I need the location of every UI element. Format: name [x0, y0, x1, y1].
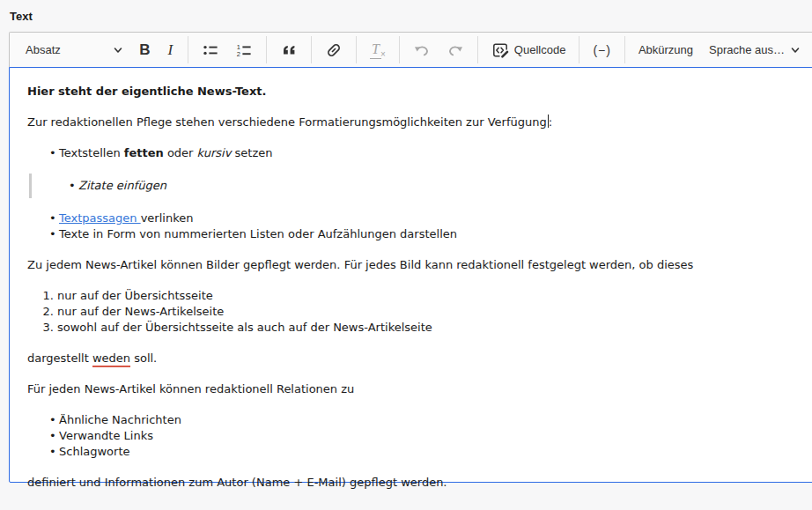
- image-options-numbered-list: nur auf der Übersichtsseite nur auf der …: [27, 288, 797, 336]
- bold-button[interactable]: B: [132, 37, 157, 63]
- italic-button[interactable]: I: [159, 37, 181, 63]
- undo-button[interactable]: [406, 37, 438, 63]
- list-item: Zitate einfügen: [78, 178, 797, 194]
- toolbar-separator: [477, 36, 478, 63]
- language-dropdown[interactable]: Sprache aus…: [702, 37, 808, 63]
- soft-hyphen-button[interactable]: (−): [586, 37, 618, 63]
- redo-button[interactable]: [439, 37, 471, 63]
- list-item: Schlagworte: [59, 444, 797, 460]
- chevron-down-icon: [113, 45, 123, 55]
- blockquote: Zitate einfügen: [29, 174, 797, 198]
- editor-toolbar: Absatz B I 1: [9, 32, 812, 67]
- source-code-label: Quellcode: [514, 43, 566, 56]
- list-item: Textstellen fetten oder kursiv setzen: [59, 145, 797, 161]
- rich-text-editor: Absatz B I 1: [9, 32, 812, 483]
- author-paragraph: definiert und Informationen zum Autor (N…: [27, 475, 797, 491]
- soft-hyphen-label: (−): [593, 43, 611, 57]
- list-item: Textpassagen verlinken: [59, 211, 797, 226]
- toolbar-separator: [188, 36, 188, 63]
- language-value: Sprache aus…: [709, 43, 785, 56]
- formatting-bullet-list: Textstellen fetten oder kursiv setzen: [27, 145, 797, 161]
- list-item: nur auf der News-Artikelseite: [57, 304, 797, 320]
- bulleted-list-button[interactable]: [195, 37, 226, 63]
- toolbar-separator: [579, 36, 579, 63]
- intro-paragraph: Hier steht der eigentliche News-Text.: [27, 84, 797, 100]
- list-item: Verwandte Links: [59, 428, 797, 444]
- redo-icon: [447, 41, 464, 59]
- misspelled-word: weden: [92, 351, 130, 367]
- link-icon: [325, 41, 343, 59]
- paragraph-style-value: Absatz: [26, 43, 61, 56]
- source-code-button[interactable]: Quellcode: [484, 37, 573, 63]
- remove-format-icon: T×: [370, 41, 386, 59]
- list-item: Texte in Form von nummerierten Listen od…: [59, 226, 797, 242]
- list-item: sowohl auf der Übersichtsseite als auch …: [57, 320, 797, 336]
- toolbar-separator: [399, 36, 400, 63]
- list-item: Ähnliche Nachrichten: [59, 412, 797, 428]
- dargestellt-paragraph: dargestellt weden soll.: [27, 351, 797, 366]
- numbered-list-button[interactable]: 1 2: [228, 37, 260, 63]
- paragraph-style-dropdown[interactable]: Absatz: [17, 37, 130, 63]
- quote-bullet-list: Zitate einfügen: [32, 178, 797, 194]
- formatting-paragraph: Zur redaktionellen Pflege stehen verschi…: [27, 115, 797, 130]
- italic-icon: I: [166, 41, 174, 59]
- abbreviation-label: Abkürzung: [639, 43, 693, 56]
- toolbar-separator: [311, 36, 312, 63]
- link-button[interactable]: [318, 37, 350, 63]
- numbered-list-icon: 1 2: [235, 41, 253, 59]
- blockquote-icon: [280, 41, 298, 59]
- svg-text:2: 2: [237, 50, 240, 58]
- source-code-icon: [491, 41, 509, 59]
- blockquote-button[interactable]: [273, 37, 305, 63]
- toolbar-separator: [624, 36, 625, 63]
- toolbar-separator: [356, 36, 357, 63]
- list-item: nur auf der Übersichtsseite: [57, 288, 797, 304]
- editor-content-area[interactable]: Hier steht der eigentliche News-Text. Zu…: [9, 67, 812, 483]
- chevron-down-icon: [790, 45, 801, 55]
- abbreviation-button[interactable]: Abkürzung: [631, 37, 700, 63]
- undo-icon: [413, 41, 431, 59]
- relations-paragraph: Für jeden News-Artikel können redaktione…: [27, 381, 797, 397]
- bulleted-list-icon: [202, 41, 219, 59]
- bold-icon: B: [139, 41, 150, 59]
- field-label: Text: [10, 10, 33, 23]
- toolbar-separator: [266, 36, 267, 63]
- textpassagen-link[interactable]: Textpassagen: [59, 211, 141, 225]
- formatting-bullet-list-2: Textpassagen verlinken Texte in Form von…: [27, 211, 797, 242]
- relations-bullet-list: Ähnliche Nachrichten Verwandte Links Sch…: [27, 412, 797, 460]
- remove-format-button[interactable]: T×: [363, 37, 393, 63]
- images-paragraph: Zu jedem News-Artikel können Bilder gepf…: [27, 257, 797, 273]
